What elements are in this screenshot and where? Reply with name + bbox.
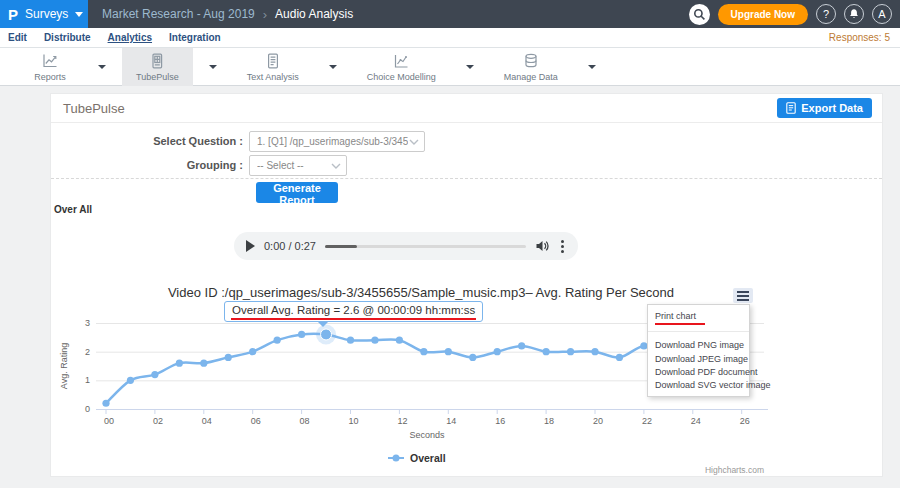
svg-text:1: 1: [85, 375, 90, 385]
toolbar-item-manage-data[interactable]: Manage Data: [490, 48, 612, 85]
grouping-dropdown[interactable]: -- Select --: [249, 155, 347, 176]
svg-text:04: 04: [202, 416, 212, 426]
toolbar-label: Text Analysis: [247, 72, 299, 82]
analytics-toolbar: Reports TubePulse: [0, 48, 900, 86]
chevron-down-icon[interactable]: [209, 65, 217, 69]
header-actions: Upgrade Now ? A: [689, 4, 900, 25]
select-question-dropdown[interactable]: 1. [Q1] /qp_userimages/sub-3/3455655/S..…: [249, 131, 425, 152]
svg-text:Highcharts.com: Highcharts.com: [705, 465, 764, 475]
menu-item-download-pdf[interactable]: Download PDF document: [648, 365, 749, 378]
chart-tooltip-text: Overall Avg. Rating = 2.6 @ 00:00:09 hh:…: [232, 304, 475, 316]
toolbar-item-reports[interactable]: Reports: [18, 48, 122, 85]
tooltip-red-underline: [231, 318, 476, 321]
volume-icon[interactable]: [535, 239, 550, 253]
help-button[interactable]: ?: [816, 4, 836, 24]
select-question-value: 1. [Q1] /qp_userimages/sub-3/3455655/S..…: [257, 136, 408, 147]
search-icon: [693, 8, 706, 21]
menu-item-edit[interactable]: Edit: [8, 32, 27, 43]
menu-item-distribute[interactable]: Distribute: [44, 32, 91, 43]
chevron-down-icon: [75, 12, 83, 17]
questionpro-logo-icon: P: [8, 7, 18, 22]
select-question-label: Select Question :: [51, 135, 243, 147]
product-label: Surveys: [25, 7, 68, 21]
menu-item-print-chart[interactable]: Print chart: [648, 309, 749, 326]
menu-item-analytics[interactable]: Analytics: [108, 32, 152, 43]
chevron-down-icon[interactable]: [588, 65, 596, 69]
svg-text:Seconds: Seconds: [409, 430, 445, 440]
toolbar-label: Choice Modelling: [367, 72, 436, 82]
audio-seek-bar[interactable]: [325, 245, 526, 248]
svg-text:12: 12: [397, 416, 407, 426]
svg-text:18: 18: [544, 416, 554, 426]
chevron-down-icon: [330, 162, 342, 170]
hamburger-icon: [737, 291, 749, 293]
breadcrumb-page-name: Audio Analysis: [275, 7, 353, 21]
grouping-label: Grouping :: [51, 159, 243, 171]
generate-report-button[interactable]: Generate Report: [256, 182, 338, 203]
toolbar-item-choice-modelling[interactable]: Choice Modelling: [353, 48, 490, 85]
toolbar-item-tubepulse[interactable]: TubePulse: [122, 48, 233, 85]
audio-player: 0:00 / 0:27: [234, 232, 578, 260]
player-menu-icon[interactable]: [559, 238, 566, 255]
print-chart-label: Print chart: [655, 311, 696, 321]
chart-context-menu-button[interactable]: [733, 288, 753, 303]
responses-count[interactable]: Responses: 5: [829, 32, 890, 43]
menu-separator: [648, 331, 749, 332]
svg-text:Overall: Overall: [410, 452, 446, 464]
audio-played-segment: [325, 245, 357, 248]
bell-icon: [848, 8, 860, 20]
svg-text:26: 26: [740, 416, 750, 426]
notifications-button[interactable]: [844, 4, 864, 24]
chevron-down-icon[interactable]: [98, 65, 106, 69]
svg-text:2: 2: [85, 347, 90, 357]
line-chart-icon: [41, 52, 59, 70]
play-button-icon[interactable]: [246, 240, 255, 252]
breadcrumb-survey-name[interactable]: Market Research - Aug 2019: [102, 7, 255, 21]
search-button[interactable]: [689, 4, 710, 25]
app-page: P Surveys Market Research - Aug 2019 › A…: [0, 0, 900, 488]
device-report-icon: [148, 52, 166, 70]
chart-tooltip: Overall Avg. Rating = 2.6 @ 00:00:09 hh:…: [224, 301, 483, 322]
toolbar-item-text-analysis[interactable]: Text Analysis: [233, 48, 353, 85]
svg-text:20: 20: [593, 416, 603, 426]
svg-text:0: 0: [85, 404, 90, 414]
chevron-down-icon[interactable]: [466, 65, 474, 69]
main-menubar: Edit Distribute Analytics Integration Re…: [0, 28, 900, 48]
toolbar-label: TubePulse: [136, 72, 179, 82]
menu-item-download-jpeg[interactable]: Download JPEG image: [648, 352, 749, 365]
chevron-down-icon: [408, 138, 420, 146]
menu-item-download-png[interactable]: Download PNG image: [648, 338, 749, 351]
svg-text:02: 02: [153, 416, 163, 426]
svg-text:08: 08: [300, 416, 310, 426]
top-header: P Surveys Market Research - Aug 2019 › A…: [0, 0, 900, 28]
user-avatar[interactable]: A: [872, 4, 892, 24]
menu-item-download-svg[interactable]: Download SVG vector image: [648, 378, 749, 391]
svg-text:14: 14: [446, 416, 456, 426]
form-separator: [51, 178, 882, 179]
print-chart-red-underline: [655, 323, 705, 325]
export-data-label: Export Data: [801, 102, 863, 114]
breadcrumb: Market Research - Aug 2019 › Audio Analy…: [102, 7, 353, 22]
export-data-button[interactable]: Export Data: [777, 98, 872, 118]
svg-text:10: 10: [348, 416, 358, 426]
svg-text:Video ID :/qp_userimages/sub-3: Video ID :/qp_userimages/sub-3/3455655/S…: [168, 285, 674, 300]
chevron-down-icon[interactable]: [329, 65, 337, 69]
svg-text:24: 24: [691, 416, 701, 426]
svg-text:3: 3: [85, 318, 90, 328]
menu-item-integration[interactable]: Integration: [169, 32, 221, 43]
chart-export-menu: Print chart Download PNG image Download …: [647, 304, 750, 397]
text-document-icon: [264, 52, 282, 70]
panel-header: TubePulse Export Data: [51, 94, 882, 123]
scatter-chart-icon: [392, 52, 410, 70]
toolbar-label: Reports: [34, 72, 66, 82]
audio-time: 0:00 / 0:27: [264, 240, 316, 252]
surveys-product-menu[interactable]: P Surveys: [0, 0, 88, 28]
toolbar-label: Manage Data: [504, 72, 558, 82]
svg-text:Avg. Rating: Avg. Rating: [59, 343, 69, 389]
svg-text:00: 00: [104, 416, 114, 426]
breadcrumb-separator-icon: ›: [263, 7, 267, 22]
upgrade-now-button[interactable]: Upgrade Now: [718, 4, 808, 25]
panel-title: TubePulse: [63, 101, 125, 116]
svg-text:06: 06: [251, 416, 261, 426]
database-icon: [522, 52, 540, 70]
